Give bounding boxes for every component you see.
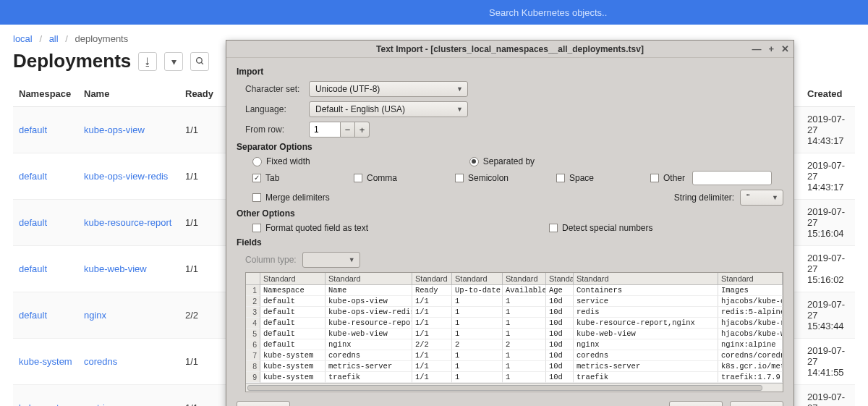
preview-row: 4defaultkube-resource-report1/11110dkube… (246, 318, 783, 329)
minimize-icon[interactable]: — (752, 43, 761, 54)
fixed-width-radio[interactable]: Fixed width (252, 156, 310, 166)
charset-combo[interactable]: Unicode (UTF-8)▼ (309, 81, 468, 97)
deployment-link[interactable]: nginx (84, 310, 106, 321)
col-created[interactable]: Created (801, 81, 855, 107)
detect-numbers-check[interactable]: Detect special numbers (549, 223, 652, 233)
preview-row: 7kube-systemcoredns1/11110dcorednscoredn… (246, 350, 783, 361)
created-cell: 2019-07-27 15:16:02 (801, 246, 855, 292)
cancel-button[interactable]: Cancel (730, 401, 783, 406)
namespace-link[interactable]: default (19, 171, 47, 182)
help-button[interactable]: Help (237, 401, 290, 406)
col-namespace[interactable]: Namespace (13, 81, 78, 107)
namespace-link[interactable]: kube-system (19, 402, 72, 406)
import-group-label: Import (237, 67, 783, 77)
ok-button[interactable]: OK (669, 401, 723, 406)
fromrow-input[interactable] (309, 122, 341, 138)
deployment-link[interactable]: kube-resource-report (84, 217, 171, 228)
ready-cell: 1/1 (179, 339, 223, 385)
preview-row: 5defaultkube-web-view1/11110dkube-web-vi… (246, 329, 783, 339)
ready-cell: 1/1 (179, 385, 223, 407)
preview-table[interactable]: StandardStandardStandard StandardStandar… (245, 272, 783, 392)
created-cell: 2019-07-27 14:43:17 (801, 107, 855, 153)
string-delimiter-combo[interactable]: "▼ (740, 190, 783, 206)
spin-plus-button[interactable]: + (355, 122, 370, 138)
col-name[interactable]: Name (78, 81, 179, 107)
other-separator-input[interactable] (692, 171, 772, 185)
chevron-down-icon: ▼ (349, 256, 355, 263)
separator-group-label: Separator Options (237, 142, 783, 152)
close-icon[interactable]: ✕ (781, 43, 789, 54)
namespace-link[interactable]: default (19, 217, 47, 228)
page-title: Deployments (13, 50, 131, 72)
ready-cell: 1/1 (179, 153, 223, 200)
ready-cell: 2/2 (179, 292, 223, 339)
deployment-link[interactable]: kube-ops-view-redis (84, 171, 168, 182)
col-ready[interactable]: Ready (179, 81, 223, 107)
download-icon[interactable]: ⭳ (138, 52, 157, 71)
dialog-titlebar[interactable]: Text Import - [clusters_local_namespaces… (226, 41, 793, 58)
namespace-link[interactable]: default (19, 310, 47, 321)
other-options-label: Other Options (237, 208, 783, 219)
ready-cell: 1/1 (179, 200, 223, 246)
chevron-down-icon: ▼ (456, 106, 463, 113)
preview-row: 6defaultnginx2/22210dnginxnginx:alpine (246, 339, 783, 350)
column-type-label: Column type: (245, 255, 297, 265)
preview-row: 2defaultkube-ops-view1/11110dservicehjac… (246, 296, 783, 307)
fromrow-spinner[interactable]: − + (309, 122, 370, 138)
other-check[interactable]: Other (650, 173, 685, 183)
created-cell: 2019-07-27 14:41:55 (801, 339, 855, 385)
topbar (0, 0, 868, 25)
language-combo[interactable]: Default - English (USA)▼ (309, 101, 468, 117)
maximize-icon[interactable]: + (768, 43, 774, 54)
charset-label: Character set: (245, 84, 305, 94)
merge-delimiters-check[interactable]: Merge delimiters (252, 193, 332, 203)
column-chooser-icon[interactable]: ▾ (164, 52, 183, 71)
search-input[interactable] (485, 4, 810, 20)
separated-by-radio[interactable]: Separated by (469, 156, 535, 166)
string-delimiter-label: String delimiter: (674, 193, 734, 203)
namespace-link[interactable]: kube-system (19, 356, 72, 367)
preview-row: 3defaultkube-ops-view-redis1/11110dredis… (246, 307, 783, 318)
deployment-link[interactable]: kube-web-view (84, 263, 147, 274)
svg-line-1 (201, 62, 203, 64)
ready-cell: 1/1 (179, 107, 223, 153)
search-icon[interactable] (190, 52, 209, 71)
space-check[interactable]: Space (556, 173, 629, 183)
text-import-dialog: Text Import - [clusters_local_namespaces… (226, 40, 794, 406)
comma-check[interactable]: Comma (354, 173, 433, 183)
deployment-link[interactable]: kube-ops-view (84, 124, 145, 135)
svg-point-0 (196, 58, 202, 64)
chevron-down-icon: ▼ (772, 194, 778, 201)
namespace-link[interactable]: default (19, 263, 47, 274)
deployment-link[interactable]: metrics-server (84, 402, 143, 406)
horizontal-scrollbar[interactable] (246, 383, 783, 392)
fromrow-label: From row: (245, 124, 305, 135)
created-cell: 2019-07-27 15:43:44 (801, 292, 855, 339)
deployment-link[interactable]: coredns (84, 356, 117, 367)
chevron-down-icon: ▼ (456, 85, 463, 93)
column-type-combo[interactable]: ▼ (302, 252, 360, 268)
semicolon-check[interactable]: Semicolon (455, 173, 535, 183)
quoted-as-text-check[interactable]: Format quoted field as text (252, 223, 368, 233)
breadcrumb-all[interactable]: all (49, 33, 59, 44)
preview-row: 8kube-systemmetrics-server1/11110dmetric… (246, 361, 783, 372)
ready-cell: 1/1 (179, 246, 223, 292)
tab-check[interactable]: Tab (252, 173, 332, 183)
preview-row: 9kube-systemtraefik1/11110dtraefiktraefi… (246, 372, 783, 383)
fields-label: Fields (237, 237, 783, 248)
breadcrumb-local[interactable]: local (13, 33, 33, 44)
created-cell: 2019-07-27 14:43:17 (801, 153, 855, 200)
created-cell: 2019-07-27 14:43:17 (801, 385, 855, 407)
created-cell: 2019-07-27 15:16:04 (801, 200, 855, 246)
language-label: Language: (245, 104, 305, 114)
spin-minus-button[interactable]: − (341, 122, 355, 138)
preview-row: 1NamespaceNameReadyUp-to-dateAvailableAg… (246, 285, 783, 296)
dialog-title: Text Import - [clusters_local_namespaces… (376, 44, 644, 54)
namespace-link[interactable]: default (19, 124, 47, 135)
breadcrumb-current: deployments (75, 33, 129, 44)
